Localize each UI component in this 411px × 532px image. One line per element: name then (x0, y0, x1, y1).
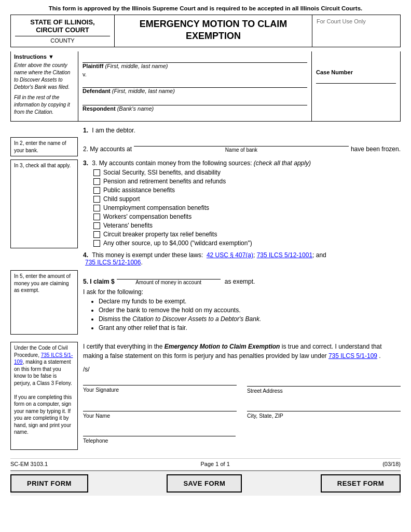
defendant-label: Defendant (First, middle, last name) (83, 88, 307, 94)
defendant-row: Defendant (First, middle, last name) (83, 78, 307, 94)
claim-line: 5. I claim $ Amount of money in account … (83, 270, 401, 285)
instructions-toggle[interactable]: Instructions ▼ (14, 54, 75, 60)
note3-label: In 3, check all that apply. (14, 163, 71, 168)
checkbox-2[interactable] (93, 178, 100, 185)
form-title-cell: EMERGENCY MOTION TO CLAIM EXEMPTION (115, 15, 312, 47)
cert-text-em: Emergency Motion to Claim Exemption (165, 343, 280, 350)
checkbox-6[interactable] (93, 214, 100, 220)
case-number-field[interactable] (316, 76, 396, 84)
street-address-input[interactable] (247, 376, 401, 387)
item3-prefix: 3. My accounts contain money from the fo… (92, 159, 252, 167)
court-info-cell: STATE OF ILLINOIS, CIRCUIT COURT COUNTY (11, 15, 115, 47)
item5-body: 5. I claim $ Amount of money in account … (78, 270, 401, 335)
top-notice: This form is approved by the Illinois Su… (10, 5, 401, 11)
note5-label: In 5, enter the amount of money you are … (14, 273, 71, 293)
certification-section: Under the Code of Civil Procedure, 735 I… (10, 342, 401, 450)
instruction-2: Fill in the rest of the information by c… (14, 94, 75, 116)
checkbox-label-5: Unemployment compensation benefits (103, 204, 209, 211)
cert-link[interactable]: 735 ILCS 5/1-109 (328, 352, 377, 360)
instruction-1: Enter above the county name where the Ci… (14, 62, 75, 91)
your-name-input[interactable] (83, 401, 237, 411)
respondent-row: Respondent (Bank's name) (83, 96, 307, 112)
ask-label: I ask for the following: (83, 288, 401, 296)
cert-text-4: . (379, 352, 380, 360)
cert-body: I certify that everything in the Emergen… (78, 342, 401, 450)
item4-link3[interactable]: 735 ILCS 5/12-1006 (83, 259, 141, 266)
bank-wrapper: Name of bank (134, 137, 349, 153)
cert-sidebar: Under the Code of Civil Procedure, 735 I… (10, 342, 78, 450)
checkbox-item-9: Any other source, up to $4,000 ("wildcar… (93, 240, 401, 247)
item3-text: 3. 3. My accounts contain money from the… (83, 159, 401, 167)
item2-prefix: 2. My accounts at (83, 145, 132, 153)
instructions-label: Instructions ▼ (14, 54, 54, 60)
cert-sidebar-link[interactable]: 735 ILCS 5/1-109 (14, 352, 73, 365)
cert-note-1: Under the Code of Civil Procedure, 735 I… (14, 344, 74, 387)
telephone-input[interactable] (83, 426, 236, 436)
court-use-cell: For Court Use Only (312, 15, 401, 47)
checkbox-list: Social Security, SSI benefits, and disab… (93, 169, 401, 247)
checkbox-item-1: Social Security, SSI benefits, and disab… (93, 169, 401, 176)
respondent-field[interactable] (83, 97, 307, 105)
checkbox-5[interactable] (93, 205, 100, 211)
checkbox-7[interactable] (93, 222, 100, 229)
plaintiff-field[interactable] (83, 55, 307, 63)
your-name-field: Your Name (83, 400, 237, 419)
item3-number: 3. (83, 159, 88, 167)
checkbox-9[interactable] (93, 240, 100, 247)
checkbox-4[interactable] (93, 196, 100, 203)
cert-note-2: If you are completing this form on a com… (14, 394, 74, 436)
reset-button[interactable]: RESET FORM (321, 474, 401, 493)
item2-line: 2. My accounts at Name of bank have been… (83, 137, 401, 153)
bullet-1: Declare my funds to be exempt. (99, 298, 401, 305)
bank-name-field[interactable] (134, 138, 349, 147)
item4-link1[interactable]: 42 USC § 407(a) (207, 251, 253, 259)
item3-section: In 3, check all that apply. 3. 3. My acc… (10, 159, 401, 248)
county-label: COUNTY (50, 37, 74, 44)
item4-end: . (141, 259, 142, 266)
signature-input[interactable] (83, 375, 237, 385)
checkbox-label-9: Any other source, up to $4,000 ("wildcar… (103, 240, 252, 247)
checkbox-label-2: Pension and retirement benefits and refu… (103, 178, 226, 185)
footer-bar: SC-EM 3103.1 Page 1 of 1 (03/18) (10, 458, 401, 467)
checkbox-8[interactable] (93, 231, 100, 238)
cert-text: I certify that everything in the Emergen… (83, 342, 401, 361)
print-button[interactable]: PRINT FORM (10, 474, 88, 493)
checkbox-item-4: Child support (93, 195, 401, 203)
vs-label: v. (83, 71, 87, 77)
case-number-column: Case Number (312, 51, 400, 121)
item5-row: 5. I claim $ Amount of money in account … (83, 270, 401, 331)
respondent-label: Respondent (Bank's name) (83, 105, 307, 112)
bullet-4: Grant any other relief that is fair. (99, 324, 401, 331)
instructions-sidebar: Instructions ▼ Enter above the county na… (11, 51, 78, 121)
state-line: STATE OF ILLINOIS, (15, 18, 110, 26)
item2-suffix: have been frozen. (351, 145, 401, 153)
page: This form is approved by the Illinois Su… (0, 0, 411, 532)
checkbox-item-5: Unemployment compensation benefits (93, 204, 401, 211)
item4-row: 4. This money is exempt under these laws… (10, 251, 401, 266)
note-5: In 5, enter the amount of money you are … (10, 270, 78, 335)
checkbox-3[interactable] (93, 187, 100, 194)
amount-sublabel: Amount of money in account (117, 280, 221, 285)
city-state-zip-field: City, State, ZIP (247, 400, 401, 419)
signature-field: /s/ Your Signature (83, 366, 237, 394)
ask-text: I ask for the following: (83, 288, 143, 296)
checkbox-label-6: Workers' compensation benefits (103, 213, 191, 220)
item4-link2[interactable]: 735 ILCS 5/12-1001 (257, 251, 312, 259)
item5-prefix: 5. I claim $ (83, 278, 115, 285)
case-number-label: Case Number (316, 69, 396, 75)
amount-field[interactable] (117, 271, 221, 280)
court-line: CIRCUIT COURT (15, 26, 110, 34)
checkbox-1[interactable] (93, 169, 100, 176)
defendant-strong: Defendant (83, 88, 111, 94)
county-line: COUNTY (15, 36, 110, 44)
checkbox-label-1: Social Security, SSI benefits, and disab… (103, 169, 221, 176)
sig-row-3: Telephone (83, 425, 401, 444)
checkbox-label-3: Public assistance benefits (103, 187, 175, 194)
item-1-row: 1. I am the debtor. (10, 127, 401, 134)
defendant-field[interactable] (83, 79, 307, 88)
header-table: STATE OF ILLINOIS, CIRCUIT COURT COUNTY … (10, 15, 401, 47)
bullet-3: Dismiss the Citation to Discover Assets … (99, 315, 401, 323)
city-state-zip-input[interactable] (247, 401, 401, 411)
save-button[interactable]: SAVE FORM (167, 474, 242, 493)
plaintiff-label: Plaintiff (First, middle, last name) (83, 63, 307, 69)
